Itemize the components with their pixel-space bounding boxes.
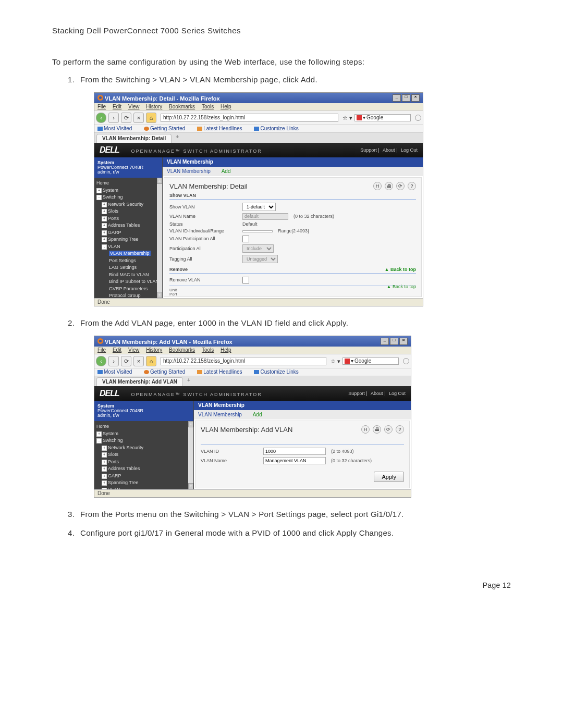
tree-item[interactable]: Home xyxy=(95,180,161,187)
tree-item[interactable]: GVRP Parameters xyxy=(108,286,161,293)
breadcrumb-page[interactable]: VLAN Membership xyxy=(167,168,211,174)
menu-history[interactable]: History xyxy=(146,348,162,353)
menu-history[interactable]: History xyxy=(146,104,162,109)
bm-getting-started[interactable]: Getting Started xyxy=(144,369,190,375)
bm-most-visited[interactable]: Most Visited xyxy=(97,369,137,375)
print-icon[interactable]: 🖶 xyxy=(385,182,393,190)
menu-bookmarks[interactable]: Bookmarks xyxy=(169,348,195,353)
tree-expand-icon[interactable]: - xyxy=(102,488,107,490)
checkbox-remove-vlan[interactable] xyxy=(242,277,249,283)
maximize-button[interactable]: □ xyxy=(390,338,398,345)
tree-item[interactable]: -VLAN xyxy=(101,243,161,251)
tree-item[interactable]: VLAN Membership xyxy=(108,250,161,257)
select-tagging[interactable]: Untagged xyxy=(242,255,278,263)
tree-expand-icon[interactable]: + xyxy=(102,466,107,472)
maximize-button[interactable]: □ xyxy=(402,94,410,102)
search-field[interactable]: ▾ Google xyxy=(342,357,399,365)
stop-button[interactable]: × xyxy=(133,356,144,366)
tree-expand-icon[interactable]: + xyxy=(102,230,107,236)
tree-expand-icon[interactable]: + xyxy=(102,474,107,479)
tree-expand-icon[interactable]: + xyxy=(96,431,102,437)
save-icon[interactable]: H xyxy=(361,425,370,434)
scroll-up-icon[interactable]: ▲ xyxy=(157,178,162,184)
input-vlan-name[interactable] xyxy=(263,457,326,464)
tree-expand-icon[interactable]: + xyxy=(102,209,107,214)
close-button[interactable]: × xyxy=(411,94,420,102)
stop-button[interactable]: × xyxy=(133,113,144,123)
tree-expand-icon[interactable]: - xyxy=(96,195,102,200)
menu-help[interactable]: Help xyxy=(221,104,231,109)
menu-bookmarks[interactable]: Bookmarks xyxy=(169,104,195,109)
bm-customize-links[interactable]: Customize Links xyxy=(254,126,303,131)
bm-latest-headlines[interactable]: Latest Headlines xyxy=(197,126,248,131)
reload-button[interactable]: ⟳ xyxy=(121,113,131,123)
scroll-up-icon[interactable]: ▲ xyxy=(188,421,193,427)
tree-item[interactable]: Bind IP Subnet to VLAN xyxy=(108,278,161,286)
tab-new[interactable]: + xyxy=(183,376,194,386)
home-button[interactable]: ⌂ xyxy=(146,356,156,366)
scrollbar[interactable]: ▲▼ xyxy=(188,421,193,489)
tree-expand-icon[interactable]: - xyxy=(96,438,102,443)
checkbox-part-all[interactable] xyxy=(242,236,249,242)
tree-expand-icon[interactable]: + xyxy=(102,237,107,242)
tree-item[interactable]: +Address Tables xyxy=(101,222,161,229)
menu-help[interactable]: Help xyxy=(221,348,231,353)
tree-item[interactable]: -Switching xyxy=(95,437,192,445)
tree-item[interactable]: +GARP xyxy=(101,473,192,480)
tree-item[interactable]: +Network Security xyxy=(101,201,161,208)
link-logout[interactable]: Log Out xyxy=(401,147,418,153)
refresh-icon[interactable]: ⟳ xyxy=(396,182,405,190)
tree-expand-icon[interactable]: + xyxy=(96,188,102,193)
tree-expand-icon[interactable]: + xyxy=(102,446,107,451)
menu-edit[interactable]: Edit xyxy=(113,348,121,353)
menu-tools[interactable]: Tools xyxy=(202,104,214,109)
search-go-icon[interactable] xyxy=(403,358,409,364)
nav-tree[interactable]: ▲▼ Home+System-Switching+Network Securit… xyxy=(94,421,193,489)
scroll-down-icon[interactable]: ▼ xyxy=(157,292,162,298)
tree-expand-icon[interactable]: + xyxy=(102,202,107,207)
link-support[interactable]: Support xyxy=(360,147,377,153)
tree-item[interactable]: +System xyxy=(95,430,192,438)
link-support[interactable]: Support xyxy=(348,391,365,396)
tree-item[interactable]: +System xyxy=(95,187,161,194)
select-show-vlan[interactable]: 1-default xyxy=(242,203,276,211)
bm-most-visited[interactable]: Most Visited xyxy=(97,126,137,131)
tree-item[interactable]: +Ports xyxy=(101,459,192,466)
tree-item[interactable]: +Network Security xyxy=(101,445,192,452)
breadcrumb-page[interactable]: VLAN Membership xyxy=(198,412,242,417)
help-icon[interactable]: ? xyxy=(408,182,416,190)
back-to-top-link[interactable]: ▲ Back to top xyxy=(385,267,416,272)
link-about[interactable]: About xyxy=(383,147,395,153)
forward-button[interactable]: › xyxy=(108,356,119,366)
tree-item[interactable]: +Slots xyxy=(101,451,192,459)
bookmark-star-icon[interactable]: ☆ ▾ xyxy=(342,115,352,121)
tree-item[interactable]: +Ports xyxy=(101,215,161,223)
menu-view[interactable]: View xyxy=(128,348,140,353)
nav-tree[interactable]: ▲▼ Home+System-Switching+Network Securit… xyxy=(94,178,162,298)
select-participation[interactable]: Include xyxy=(242,244,274,253)
menu-tools[interactable]: Tools xyxy=(202,348,214,353)
tree-item[interactable]: LAG Settings xyxy=(108,264,161,272)
tree-item[interactable]: Home xyxy=(95,423,192,430)
tree-item[interactable]: +Address Tables xyxy=(101,465,192,473)
tree-expand-icon[interactable]: - xyxy=(102,244,107,250)
tree-expand-icon[interactable]: + xyxy=(102,223,107,228)
search-go-icon[interactable] xyxy=(415,115,421,121)
save-icon[interactable]: H xyxy=(373,182,382,190)
tree-item[interactable]: +Slots xyxy=(101,208,161,215)
menu-edit[interactable]: Edit xyxy=(113,104,121,109)
refresh-icon[interactable]: ⟳ xyxy=(384,425,393,434)
breadcrumb-action[interactable]: Add xyxy=(253,412,262,417)
minimize-button[interactable]: _ xyxy=(381,338,389,345)
tree-item[interactable]: Port Settings xyxy=(108,257,161,265)
tree-expand-icon[interactable]: + xyxy=(102,452,107,458)
tree-item[interactable]: +Spanning Tree xyxy=(101,236,161,243)
tree-expand-icon[interactable]: + xyxy=(102,480,107,486)
menu-file[interactable]: File xyxy=(97,348,106,353)
tree-item[interactable]: +GARP xyxy=(101,229,161,237)
bm-getting-started[interactable]: Getting Started xyxy=(144,126,190,131)
tree-item[interactable]: -VLAN xyxy=(101,487,192,490)
back-button[interactable]: ‹ xyxy=(96,356,106,366)
tree-item[interactable]: -Switching xyxy=(95,194,161,201)
menu-view[interactable]: View xyxy=(128,104,140,109)
